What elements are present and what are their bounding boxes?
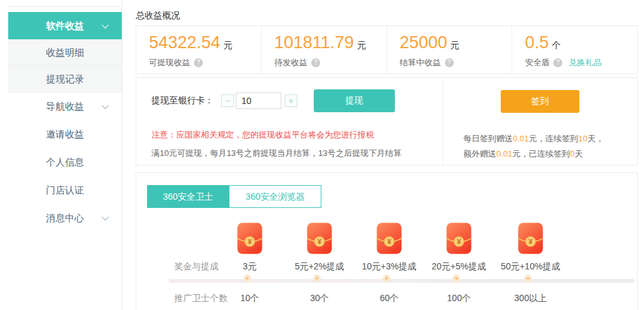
page-title: 总收益概况 xyxy=(136,10,180,22)
sidebar-item-store-certification[interactable]: 门店认证 xyxy=(8,176,122,204)
signin-button[interactable]: 签到 xyxy=(501,90,579,113)
stats-card: 54322.54元 可提现收益? 101811.79元 待发收益? 25000元… xyxy=(136,25,638,74)
chevron-down-icon xyxy=(101,102,108,109)
signin-description: 每日签到赠送0.01元，连续签到10天， 额外赠送0.01元，已连续签到0天 xyxy=(463,131,637,162)
tax-notice: 注意：应国家相关规定，您的提现收益平台将会为您进行报税 xyxy=(151,129,442,141)
sidebar: 软件收益 收益明细 提现记录 导航收益 邀请收益 个人信息 门店认证 xyxy=(0,0,122,310)
svg-text:¥: ¥ xyxy=(387,238,392,245)
red-envelope-icon: ¥ xyxy=(377,223,402,254)
signin-section: 签到 每日签到赠送0.01元，连续签到10天， 额外赠送0.01元，已连续签到0… xyxy=(442,78,637,165)
milestone-dot xyxy=(243,274,251,282)
sidebar-item-label: 个人信息 xyxy=(46,157,84,167)
product-tabs: 360安全卫士 360安全浏览器 xyxy=(147,185,321,208)
sidebar-item-label: 收益明细 xyxy=(46,47,84,58)
withdraw-to-bank-label: 提现至银行卡： xyxy=(151,95,214,107)
sidebar-item-earnings-detail[interactable]: 收益明细 xyxy=(8,39,122,66)
tier-count: 300以上 xyxy=(489,293,572,304)
sidebar-item-personal-info[interactable]: 个人信息 xyxy=(8,148,122,176)
chevron-down-icon xyxy=(101,214,108,221)
tier-bonus: 50元+10%提成 xyxy=(489,261,572,273)
stat-unit: 元 xyxy=(357,40,366,50)
milestone-dot xyxy=(453,274,460,282)
red-envelope-icon: ¥ xyxy=(518,223,543,254)
milestone-dot xyxy=(383,274,390,282)
help-icon[interactable]: ? xyxy=(553,58,562,67)
promo-card: 360安全卫士 360安全浏览器 ¥ ¥ ¥ ¥ ¥ 奖金与提成 3元 5元+2… xyxy=(136,172,638,310)
help-icon[interactable]: ? xyxy=(311,58,320,67)
chevron-down-icon xyxy=(101,21,108,28)
stat-label: 结算中收益 xyxy=(400,57,441,68)
sidebar-menu: 软件收益 收益明细 提现记录 导航收益 邀请收益 个人信息 门店认证 xyxy=(8,6,122,232)
svg-text:¥: ¥ xyxy=(318,238,322,245)
tier-bonus: 20元+5%提成 xyxy=(418,261,500,273)
stat-withdrawable: 54322.54元 可提现收益? xyxy=(136,26,262,74)
milestone-dot xyxy=(313,274,321,282)
stat-settling: 25000元 结算中收益? xyxy=(387,26,513,74)
red-envelope-icon: ¥ xyxy=(307,223,332,254)
sidebar-item-invite-earnings[interactable]: 邀请收益 xyxy=(8,120,122,148)
sidebar-item-label: 提现记录 xyxy=(46,74,84,84)
help-icon[interactable]: ? xyxy=(194,58,203,67)
withdraw-rules: 满10元可提现，每月13号之前提现当月结算，13号之后提现下月结算 xyxy=(151,148,442,159)
actions-card: 提现至银行卡： − + 提现 注意：应国家相关规定，您的提现收益平台将会为您进行… xyxy=(136,77,638,165)
stat-label: 待发收益 xyxy=(274,57,307,68)
stat-unit: 个 xyxy=(552,40,561,50)
tier-count: 100个 xyxy=(418,293,500,304)
milestone-dot xyxy=(524,274,532,282)
tab-360-browser[interactable]: 360安全浏览器 xyxy=(229,185,321,208)
stat-value: 101811.79 xyxy=(274,33,354,52)
sidebar-item-label: 邀请收益 xyxy=(46,129,84,139)
stat-unit: 元 xyxy=(451,40,460,50)
stat-unit: 元 xyxy=(224,40,233,50)
amount-decrease-button[interactable]: − xyxy=(221,94,234,107)
sidebar-item-software-earnings[interactable]: 软件收益 xyxy=(8,12,122,39)
stat-label: 可提现收益 xyxy=(149,57,190,68)
tab-360-safeguard[interactable]: 360安全卫士 xyxy=(147,185,229,208)
sidebar-item-label: 门店认证 xyxy=(46,184,84,195)
svg-text:¥: ¥ xyxy=(457,238,461,245)
red-envelope-icon: ¥ xyxy=(237,223,262,254)
stat-label: 安全盾 xyxy=(525,57,550,68)
milestone-track xyxy=(169,279,634,283)
stat-value: 0.5 xyxy=(525,33,549,52)
stat-value: 54322.54 xyxy=(149,33,221,52)
amount-increase-button[interactable]: + xyxy=(285,94,297,107)
svg-text:¥: ¥ xyxy=(529,238,533,245)
sidebar-item-label: 消息中心 xyxy=(46,212,84,223)
stat-security-shield: 0.5个 安全盾?兑换礼品 xyxy=(512,26,637,74)
stat-value: 25000 xyxy=(400,33,448,52)
withdraw-button[interactable]: 提现 xyxy=(314,89,395,112)
sidebar-item-message-center[interactable]: 消息中心 xyxy=(8,204,122,232)
sidebar-item-nav-earnings[interactable]: 导航收益 xyxy=(8,93,122,120)
sidebar-item-withdraw-records[interactable]: 提现记录 xyxy=(8,66,122,93)
sidebar-item-label: 软件收益 xyxy=(46,20,84,31)
exchange-gift-link[interactable]: 兑换礼品 xyxy=(569,57,602,68)
sidebar-item-label: 导航收益 xyxy=(46,101,84,112)
page: 软件收益 收益明细 提现记录 导航收益 邀请收益 个人信息 门店认证 xyxy=(0,0,644,310)
withdraw-amount-input[interactable] xyxy=(236,93,281,109)
main-content: 总收益概况 54322.54元 可提现收益? 101811.79元 待发收益? … xyxy=(136,0,639,310)
stat-pending: 101811.79元 待发收益? xyxy=(262,26,387,74)
withdraw-section: 提现至银行卡： − + 提现 注意：应国家相关规定，您的提现收益平台将会为您进行… xyxy=(136,78,442,165)
help-icon[interactable]: ? xyxy=(445,58,454,67)
svg-text:¥: ¥ xyxy=(248,238,252,245)
red-envelope-icon: ¥ xyxy=(446,223,472,254)
